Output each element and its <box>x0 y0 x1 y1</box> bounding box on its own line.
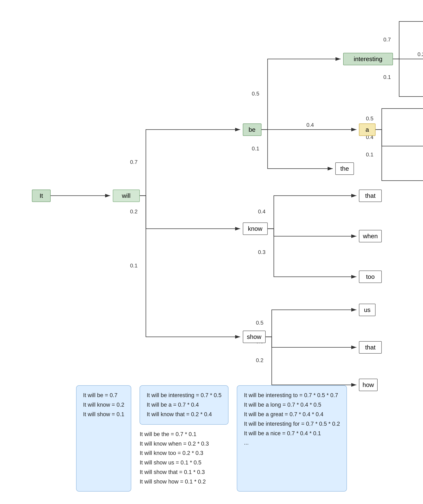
summary-box-3: It will be interesting to = 0.7 * 0.5 * … <box>237 385 347 492</box>
node-show: show <box>243 331 266 343</box>
summary-section: It will be = 0.7It will know = 0.2It wil… <box>0 385 423 492</box>
summary-line: It will show us = 0.1 * 0.5 <box>140 458 228 468</box>
summary-line: It will know that = 0.2 * 0.4 <box>147 410 221 419</box>
summary-line: It will be a long = 0.7 * 0.4 * 0.5 <box>244 400 340 410</box>
summary-box-1: It will be = 0.7It will know = 0.2It wil… <box>76 385 131 492</box>
summary-line: It will be a = 0.7 * 0.4 <box>147 400 221 410</box>
node-interesting: interesting <box>343 53 393 65</box>
svg-text:0.4: 0.4 <box>258 208 265 215</box>
summary-line: It will be a nice = 0.7 * 0.4 * 0.1 <box>244 429 340 438</box>
summary-line: It will show that = 0.1 * 0.3 <box>140 468 228 477</box>
node-it: It <box>32 190 51 202</box>
node-will: will <box>113 190 140 202</box>
summary-line: It will be interesting for = 0.7 * 0.5 *… <box>244 419 340 429</box>
svg-text:0.2: 0.2 <box>417 51 423 57</box>
summary-line: It will know when = 0.2 * 0.3 <box>140 439 228 449</box>
summary-box-2: It will be interesting = 0.7 * 0.5It wil… <box>140 385 228 425</box>
node-too: too <box>359 270 382 283</box>
svg-text:0.7: 0.7 <box>383 36 391 43</box>
node-a: a <box>359 123 375 136</box>
tree-diagram: 0.70.20.10.50.40.10.70.20.10.50.40.10.40… <box>0 0 423 425</box>
summary-line: It will know = 0.2 <box>83 400 124 410</box>
summary-line: It will be = 0.7 <box>83 391 124 400</box>
summary-line: It will show = 0.1 <box>83 410 124 419</box>
svg-text:0.1: 0.1 <box>383 74 391 80</box>
svg-text:0.2: 0.2 <box>130 208 137 215</box>
svg-text:0.1: 0.1 <box>366 151 374 158</box>
summary-line: It will be a great = 0.7 * 0.4 * 0.4 <box>244 410 340 419</box>
summary-line: It will be interesting to = 0.7 * 0.5 * … <box>244 391 340 400</box>
svg-text:0.4: 0.4 <box>307 122 314 128</box>
node-us: us <box>359 304 375 316</box>
svg-text:0.1: 0.1 <box>130 263 137 269</box>
node-know: know <box>243 222 268 235</box>
svg-text:0.1: 0.1 <box>252 145 259 152</box>
summary-line: It will show how = 0.1 * 0.2 <box>140 477 228 486</box>
node-when: when <box>359 230 382 242</box>
svg-text:0.5: 0.5 <box>252 90 259 97</box>
svg-text:0.2: 0.2 <box>256 357 263 363</box>
svg-text:0.7: 0.7 <box>130 159 137 165</box>
svg-text:0.5: 0.5 <box>366 115 374 122</box>
node-be: be <box>243 123 262 136</box>
summary-line: ... <box>244 438 340 448</box>
summary-line: It will be the = 0.7 * 0.1 <box>140 430 228 439</box>
summary-box-2-wrap: It will be interesting = 0.7 * 0.5It wil… <box>140 385 228 492</box>
svg-text:0.3: 0.3 <box>258 249 265 255</box>
node-that_show: that <box>359 341 382 354</box>
svg-text:0.5: 0.5 <box>256 320 263 326</box>
summary-line: It will know too = 0.2 * 0.3 <box>140 449 228 458</box>
node-that_know: that <box>359 190 382 202</box>
summary-line: It will be interesting = 0.7 * 0.5 <box>147 391 221 400</box>
summary-plain-2: It will be the = 0.7 * 0.1It will know w… <box>140 425 228 492</box>
node-the: the <box>335 162 354 175</box>
